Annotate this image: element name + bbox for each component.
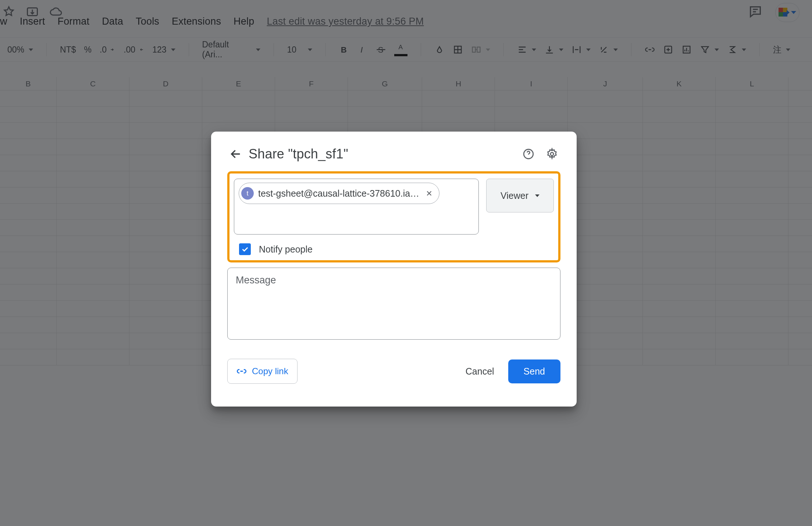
cell[interactable] bbox=[568, 317, 643, 333]
bold-button[interactable]: B bbox=[337, 43, 352, 56]
cell[interactable] bbox=[568, 204, 643, 219]
functions-button[interactable] bbox=[725, 43, 748, 56]
send-button[interactable]: Send bbox=[508, 359, 560, 383]
cell[interactable] bbox=[57, 252, 129, 268]
cell[interactable] bbox=[0, 333, 57, 349]
cell[interactable] bbox=[129, 268, 202, 284]
cell[interactable] bbox=[568, 123, 643, 139]
copy-link-button[interactable]: Copy link bbox=[227, 359, 298, 384]
cell[interactable] bbox=[129, 333, 202, 349]
fill-color-button[interactable] bbox=[432, 43, 447, 56]
note-button[interactable]: 注 bbox=[771, 43, 793, 57]
fontsize-dropdown[interactable]: 10 bbox=[285, 43, 314, 56]
cell[interactable] bbox=[129, 220, 202, 236]
horizontal-align-button[interactable] bbox=[515, 43, 538, 56]
cell[interactable] bbox=[0, 285, 57, 300]
cell[interactable] bbox=[568, 155, 643, 171]
last-edit-link[interactable]: Last edit was yesterday at 9:56 PM bbox=[267, 16, 424, 27]
cell[interactable] bbox=[129, 349, 202, 365]
comment-history-icon[interactable] bbox=[748, 4, 763, 21]
insert-comment-button[interactable] bbox=[661, 43, 676, 56]
cell[interactable] bbox=[0, 204, 57, 219]
cell[interactable] bbox=[716, 204, 788, 219]
column-header[interactable]: H bbox=[422, 77, 495, 90]
cell[interactable] bbox=[643, 187, 716, 203]
cell[interactable] bbox=[0, 187, 57, 203]
cell[interactable] bbox=[568, 187, 643, 203]
column-header[interactable]: B bbox=[0, 77, 57, 90]
cell[interactable] bbox=[57, 155, 129, 171]
cell[interactable] bbox=[643, 268, 716, 284]
cell[interactable] bbox=[716, 301, 788, 316]
cell[interactable] bbox=[568, 268, 643, 284]
cell[interactable] bbox=[0, 123, 57, 139]
text-rotation-button[interactable] bbox=[596, 43, 620, 56]
cell[interactable] bbox=[716, 285, 788, 300]
cell[interactable] bbox=[57, 187, 129, 203]
percent-button[interactable]: % bbox=[82, 43, 94, 56]
cell[interactable] bbox=[57, 90, 129, 106]
insert-link-button[interactable] bbox=[642, 43, 657, 56]
cell[interactable] bbox=[348, 90, 422, 106]
cell[interactable] bbox=[57, 285, 129, 300]
cell[interactable] bbox=[568, 107, 643, 122]
cell[interactable] bbox=[422, 107, 495, 122]
cell[interactable] bbox=[0, 252, 57, 268]
filter-button[interactable] bbox=[698, 43, 721, 56]
cell[interactable] bbox=[643, 90, 716, 106]
cell[interactable] bbox=[348, 107, 422, 122]
cell[interactable] bbox=[129, 187, 202, 203]
cell[interactable] bbox=[643, 252, 716, 268]
cell[interactable] bbox=[643, 139, 716, 155]
cell[interactable] bbox=[57, 301, 129, 316]
remove-chip-button[interactable] bbox=[424, 188, 435, 199]
menu-insert[interactable]: Insert bbox=[20, 16, 45, 27]
cell[interactable] bbox=[716, 268, 788, 284]
column-header[interactable]: D bbox=[129, 77, 202, 90]
zoom-dropdown[interactable]: 00% bbox=[5, 43, 35, 56]
cell[interactable] bbox=[129, 107, 202, 122]
cell[interactable] bbox=[129, 301, 202, 316]
cell[interactable] bbox=[275, 107, 348, 122]
settings-icon[interactable] bbox=[544, 146, 560, 162]
column-header[interactable]: G bbox=[348, 77, 422, 90]
cell[interactable] bbox=[57, 204, 129, 219]
cell[interactable] bbox=[568, 285, 643, 300]
column-header[interactable]: C bbox=[57, 77, 129, 90]
cell[interactable] bbox=[643, 107, 716, 122]
column-header[interactable]: I bbox=[495, 77, 568, 90]
cell[interactable] bbox=[129, 285, 202, 300]
cell[interactable] bbox=[0, 139, 57, 155]
cell[interactable] bbox=[716, 139, 788, 155]
cell[interactable] bbox=[568, 301, 643, 316]
cell[interactable] bbox=[129, 171, 202, 187]
people-input[interactable]: t test-gsheet@causal-lattice-378610.ia… bbox=[234, 179, 479, 235]
text-color-button[interactable]: A bbox=[392, 42, 410, 58]
cell[interactable] bbox=[129, 252, 202, 268]
cell[interactable] bbox=[495, 90, 568, 106]
column-header[interactable]: F bbox=[275, 77, 348, 90]
insert-chart-button[interactable] bbox=[679, 43, 694, 56]
cell[interactable] bbox=[495, 107, 568, 122]
cell[interactable] bbox=[643, 236, 716, 252]
cell[interactable] bbox=[422, 90, 495, 106]
cell[interactable] bbox=[0, 155, 57, 171]
column-header[interactable]: K bbox=[643, 77, 716, 90]
menu-tools[interactable]: Tools bbox=[136, 16, 159, 27]
role-dropdown[interactable]: Viewer bbox=[486, 179, 554, 212]
cell[interactable] bbox=[0, 236, 57, 252]
cell[interactable] bbox=[275, 90, 348, 106]
cell[interactable] bbox=[716, 155, 788, 171]
column-header[interactable]: L bbox=[716, 77, 788, 90]
cell[interactable] bbox=[129, 204, 202, 219]
cell[interactable] bbox=[716, 187, 788, 203]
cell[interactable] bbox=[0, 301, 57, 316]
back-button[interactable] bbox=[227, 146, 244, 162]
cell[interactable] bbox=[57, 349, 129, 365]
cell[interactable] bbox=[716, 90, 788, 106]
cell[interactable] bbox=[129, 236, 202, 252]
cell[interactable] bbox=[57, 333, 129, 349]
menu-format[interactable]: Format bbox=[57, 16, 89, 27]
menu-data[interactable]: Data bbox=[102, 16, 123, 27]
cell[interactable] bbox=[129, 90, 202, 106]
